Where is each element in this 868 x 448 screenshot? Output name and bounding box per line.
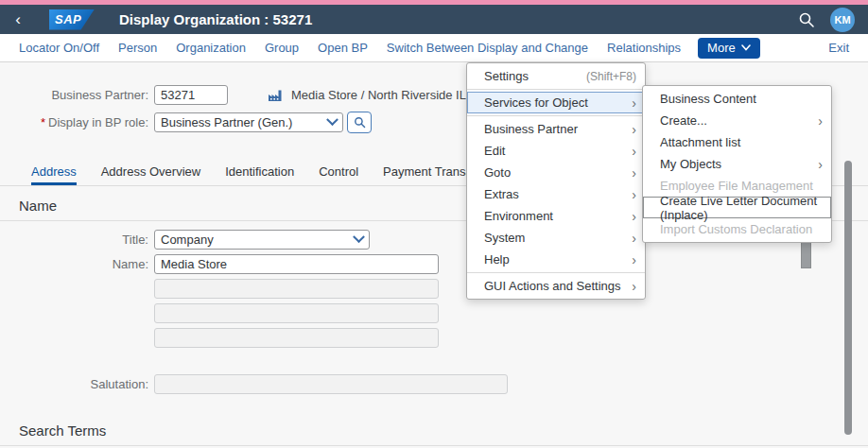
name-input-2[interactable]	[154, 279, 439, 299]
sap-window: ‹ SAP Display Organization : 53271 KM Lo…	[0, 0, 868, 448]
menubar-item-switch-display-change[interactable]: Switch Between Display and Change	[377, 41, 598, 55]
business-partner-label: Business Partner:	[0, 88, 154, 102]
submenu-item-create-live-letter-document[interactable]: Create Live Letter Document (Inplace)	[643, 197, 831, 218]
menu-item-label: Edit	[484, 144, 505, 158]
submenu-item-business-content[interactable]: Business Content	[643, 88, 831, 110]
name-label: Name:	[0, 257, 154, 271]
search-icon[interactable]	[798, 11, 815, 28]
menu-item-help[interactable]: Help ›	[467, 249, 645, 270]
chevron-right-icon: ›	[632, 232, 636, 245]
tab-address-overview[interactable]: Address Overview	[101, 164, 200, 185]
tab-control[interactable]: Control	[319, 164, 358, 185]
menu-item-label: Attachment list	[660, 135, 740, 149]
menubar-item-organization[interactable]: Organization	[166, 41, 255, 55]
services-for-object-submenu: Business Content Create... › Attachment …	[642, 85, 832, 243]
submenu-item-my-objects[interactable]: My Objects ›	[643, 153, 831, 175]
chevron-right-icon: ›	[632, 166, 636, 180]
menu-item-label: Services for Object	[484, 95, 588, 110]
menu-item-extras[interactable]: Extras ›	[467, 183, 645, 205]
salutation-label: Salutation:	[0, 377, 154, 391]
more-dropdown-menu: Settings (Shift+F8) Services for Object …	[466, 62, 646, 300]
salutation-row: Salutation:	[0, 374, 868, 394]
required-indicator: *	[41, 115, 45, 129]
user-avatar[interactable]: KM	[830, 8, 855, 32]
menu-item-label: Extras	[484, 187, 519, 201]
exit-button[interactable]: Exit	[828, 41, 849, 55]
salutation-input[interactable]	[154, 374, 508, 394]
search-terms-heading: Search Terms	[0, 411, 868, 446]
menu-item-goto[interactable]: Goto ›	[467, 162, 645, 183]
title-select[interactable]: Company	[154, 230, 370, 250]
menu-item-label: System	[484, 231, 525, 245]
chevron-right-icon: ›	[818, 158, 823, 171]
menu-item-label: Create...	[660, 113, 707, 128]
submenu-scrollbar-thumb[interactable]	[801, 239, 811, 268]
menu-item-label: Business Content	[660, 92, 756, 106]
bp-role-value: Business Partner (Gen.)	[161, 115, 292, 129]
more-button[interactable]: More	[698, 38, 760, 59]
menubar-item-relationships[interactable]: Relationships	[598, 41, 690, 55]
bp-role-search-button[interactable]	[347, 112, 372, 133]
bp-role-label-text: Display in BP role:	[48, 115, 148, 129]
menu-separator	[467, 115, 645, 116]
sap-logo-text: SAP	[55, 12, 81, 26]
vertical-scrollbar-thumb[interactable]	[844, 161, 852, 435]
menubar-item-open-bp[interactable]: Open BP	[308, 41, 377, 55]
menu-item-label: My Objects	[660, 157, 721, 171]
organization-building-icon	[268, 88, 283, 102]
menu-item-label: Business Partner	[484, 122, 578, 136]
menu-item-label: Settings	[484, 69, 529, 83]
menu-item-label: Goto	[484, 165, 511, 180]
chevron-right-icon: ›	[632, 188, 636, 201]
search-icon	[354, 116, 366, 129]
action-menubar: Locator On/Off Person Organization Group…	[0, 34, 868, 62]
menubar-item-locator[interactable]: Locator On/Off	[19, 41, 109, 55]
chevron-down-icon	[326, 113, 339, 126]
chevron-right-icon: ›	[632, 145, 636, 158]
chevron-down-icon	[741, 44, 751, 51]
menu-item-label: Import Customs Declaration	[660, 222, 812, 236]
chevron-right-icon: ›	[632, 123, 636, 136]
menu-item-label: GUI Actions and Settings	[484, 279, 621, 293]
sap-logo: SAP	[49, 9, 95, 30]
name-input-3[interactable]	[154, 303, 439, 323]
menu-separator	[467, 89, 645, 90]
menu-item-label: Help	[484, 252, 510, 267]
menu-item-system[interactable]: System ›	[467, 227, 645, 249]
menu-item-business-partner[interactable]: Business Partner ›	[467, 118, 645, 140]
menu-item-label: Employee File Management	[660, 179, 813, 193]
chevron-right-icon: ›	[632, 210, 636, 223]
menu-item-environment[interactable]: Environment ›	[467, 205, 645, 227]
business-partner-input[interactable]	[154, 85, 228, 105]
menu-item-gui-actions-and-settings[interactable]: GUI Actions and Settings ›	[467, 275, 645, 297]
menu-item-label: Environment	[484, 209, 553, 223]
menubar-item-person[interactable]: Person	[109, 41, 166, 55]
chevron-right-icon: ›	[632, 280, 636, 293]
tab-identification[interactable]: Identification	[225, 164, 294, 185]
title-label: Title:	[0, 233, 154, 247]
menu-separator	[467, 272, 645, 273]
menu-item-settings[interactable]: Settings (Shift+F8)	[467, 65, 645, 87]
name-input-4[interactable]	[154, 328, 439, 348]
chevron-down-icon	[353, 231, 365, 243]
bp-role-label: *Display in BP role:	[0, 115, 154, 129]
shell-actions: KM	[798, 8, 855, 32]
bp-role-select[interactable]: Business Partner (Gen.)	[154, 112, 343, 132]
menubar-item-group[interactable]: Group	[255, 41, 308, 55]
chevron-right-icon: ›	[632, 253, 636, 267]
menu-item-services-for-object[interactable]: Services for Object ›	[467, 92, 645, 113]
menu-item-label: Create Live Letter Document (Inplace)	[660, 194, 823, 222]
name-extra-row	[0, 303, 868, 323]
menu-item-edit[interactable]: Edit ›	[467, 140, 645, 162]
name-input-1[interactable]	[154, 254, 439, 274]
tab-address[interactable]: Address	[31, 164, 77, 185]
shell-header: ‹ SAP Display Organization : 53271 KM	[0, 5, 868, 34]
name-form: Title: Company Name:	[0, 230, 868, 394]
name-extra-row	[0, 279, 868, 299]
submenu-item-create[interactable]: Create... ›	[643, 110, 831, 131]
submenu-item-attachment-list[interactable]: Attachment list	[643, 131, 831, 153]
name-extra-row	[0, 328, 868, 348]
back-button[interactable]: ‹	[0, 10, 36, 29]
title-value: Company	[161, 233, 214, 247]
submenu-item-import-customs-declaration: Import Customs Declaration	[643, 218, 831, 240]
